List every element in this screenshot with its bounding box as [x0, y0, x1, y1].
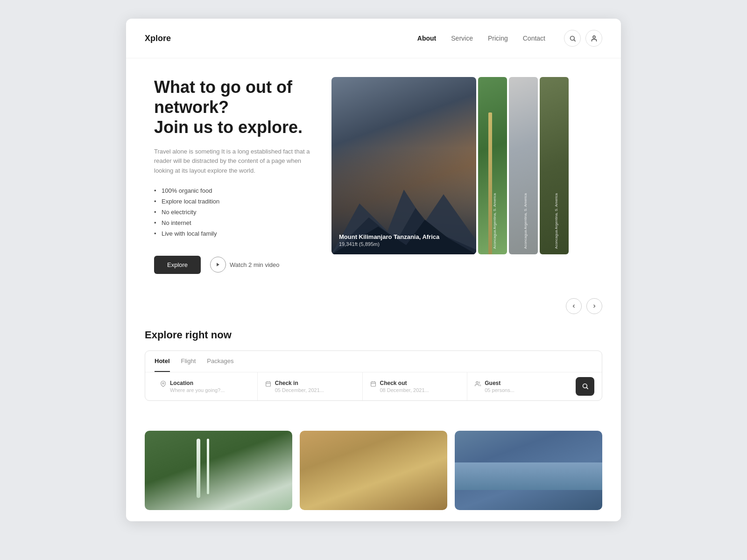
checkin-label: Check in [275, 380, 324, 386]
nav-item-contact[interactable]: Contact [523, 34, 545, 42]
checkout-label: Check out [380, 380, 429, 386]
side-image-2-label: Aconcagua Argentina, S. America [523, 193, 528, 249]
nav-item-service[interactable]: Service [451, 34, 473, 42]
logo: Xplore [145, 34, 171, 43]
hero-section: What to go out of network? Join us to ex… [126, 58, 621, 293]
carousel-next-button[interactable] [586, 298, 602, 314]
nav-icons [564, 30, 602, 47]
carousel-prev-button[interactable] [566, 298, 582, 314]
tab-flight[interactable]: Flight [181, 351, 196, 372]
hero-text: What to go out of network? Join us to ex… [154, 77, 331, 274]
guest-field[interactable]: Guest 05 persons... [467, 372, 572, 400]
search-button[interactable] [564, 30, 581, 47]
chevron-right-icon [592, 303, 597, 309]
destination-card-desert[interactable] [300, 431, 447, 510]
explore-button[interactable]: Explore [154, 256, 201, 274]
nav-link-pricing[interactable]: Pricing [488, 35, 508, 42]
user-icon [591, 35, 598, 42]
explore-title: Explore right now [145, 329, 602, 341]
hero-subtitle: Travel alone is someting It is a long es… [154, 147, 313, 176]
svg-point-2 [593, 35, 595, 38]
svg-line-1 [574, 40, 575, 41]
tab-packages[interactable]: Packages [207, 351, 233, 372]
feature-item: Live with local family [154, 230, 313, 237]
checkout-value: 08 December, 2021... [380, 387, 429, 393]
search-submit-button[interactable] [576, 377, 594, 396]
side-image-1-label: Aconcagua Argentina, S. America [493, 193, 497, 249]
carousel-controls [126, 293, 621, 320]
main-image-bg [331, 77, 476, 254]
tab-hotel[interactable]: Hotel [155, 351, 170, 372]
search-fields: Location Where are you going?... Check i… [145, 372, 602, 400]
profile-button[interactable] [585, 30, 602, 47]
nav-item-pricing[interactable]: Pricing [488, 34, 508, 42]
watch-video-button[interactable]: Watch 2 min video [210, 257, 279, 273]
destination-card-lake[interactable] [455, 431, 602, 510]
explore-section: Explore right now Hotel Flight Packages … [126, 320, 621, 420]
side-image-2: Aconcagua Argentina, S. America [509, 77, 538, 254]
location-label: Location [170, 380, 225, 386]
feature-item: No internet [154, 219, 313, 226]
destination-card-waterfall[interactable] [145, 431, 292, 510]
main-image-label: Mount Kilimanjaro Tanzania, Africa 19,34… [339, 233, 439, 247]
svg-line-18 [586, 388, 588, 389]
svg-marker-3 [217, 263, 219, 267]
nav-item-about[interactable]: About [417, 34, 436, 42]
guest-value: 05 persons... [485, 387, 514, 393]
checkin-value: 05 December, 2021... [275, 387, 324, 393]
side-image-3-label: Aconcagua Argentina, S. America [554, 193, 558, 249]
feature-item: No electricity [154, 209, 313, 216]
navbar: Xplore About Service Pricing Contact [126, 19, 621, 58]
chevron-left-icon [571, 303, 577, 309]
side-image-1: Aconcagua Argentina, S. America [478, 77, 507, 254]
nav-link-about[interactable]: About [417, 35, 436, 42]
svg-point-16 [476, 382, 478, 384]
hero-main-image: Mount Kilimanjaro Tanzania, Africa 19,34… [331, 77, 476, 254]
feature-item: Explore local tradition [154, 198, 313, 205]
nav-link-service[interactable]: Service [451, 35, 473, 42]
destination-grid [126, 420, 621, 521]
feature-item: 100% organic food [154, 187, 313, 194]
guest-icon [475, 381, 481, 388]
location-value: Where are you going?... [170, 387, 225, 393]
nav-links: About Service Pricing Contact [417, 34, 545, 42]
checkin-field[interactable]: Check in 05 December, 2021... [258, 372, 363, 400]
nav-link-contact[interactable]: Contact [523, 35, 545, 42]
search-icon [569, 35, 576, 42]
hero-features: 100% organic food Explore local traditio… [154, 187, 313, 241]
location-icon [160, 381, 166, 388]
side-image-3: Aconcagua Argentina, S. America [540, 77, 569, 254]
hero-headline: What to go out of network? Join us to ex… [154, 77, 313, 138]
checkout-icon [370, 381, 376, 388]
checkout-field[interactable]: Check out 08 December, 2021... [363, 372, 468, 400]
search-submit-icon [582, 383, 589, 390]
svg-rect-8 [266, 382, 270, 386]
location-field[interactable]: Location Where are you going?... [153, 372, 258, 400]
play-icon [210, 257, 226, 273]
svg-point-7 [162, 383, 164, 384]
search-tabs: Hotel Flight Packages [145, 351, 602, 372]
hero-images: Mount Kilimanjaro Tanzania, Africa 19,34… [331, 77, 602, 254]
search-box: Hotel Flight Packages Location Where are… [145, 350, 602, 401]
guest-label: Guest [485, 380, 514, 386]
hero-actions: Explore Watch 2 min video [154, 256, 313, 274]
svg-rect-12 [371, 382, 375, 386]
checkin-icon [265, 381, 271, 388]
main-window: Xplore About Service Pricing Contact [126, 19, 621, 521]
